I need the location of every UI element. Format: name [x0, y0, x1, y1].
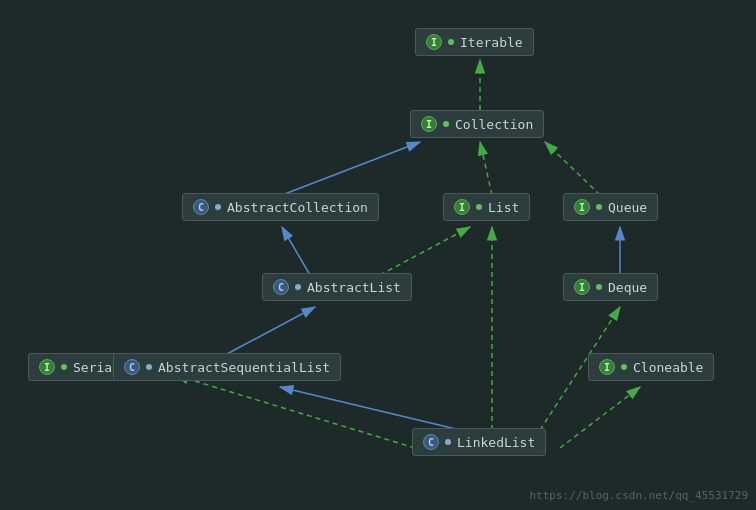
- icon-abstractlist: C: [273, 279, 289, 295]
- icon-collection: I: [421, 116, 437, 132]
- label-iterable: Iterable: [460, 35, 523, 50]
- node-linkedlist[interactable]: C LinkedList: [412, 428, 546, 456]
- svg-line-9: [225, 307, 315, 355]
- label-abstractsequentiallist: AbstractSequentialList: [158, 360, 330, 375]
- node-iterable[interactable]: I Iterable: [415, 28, 534, 56]
- svg-line-11: [175, 375, 415, 448]
- svg-line-5: [545, 142, 600, 195]
- dot-deque: [596, 284, 602, 290]
- icon-queue: I: [574, 199, 590, 215]
- watermark: https://blog.csdn.net/qq_45531729: [529, 489, 748, 502]
- icon-abstractcollection: C: [193, 199, 209, 215]
- node-list[interactable]: I List: [443, 193, 530, 221]
- svg-line-6: [282, 227, 310, 275]
- icon-deque: I: [574, 279, 590, 295]
- dot-cloneable: [621, 364, 627, 370]
- dot-queue: [596, 204, 602, 210]
- node-abstractlist[interactable]: C AbstractList: [262, 273, 412, 301]
- connections-svg: [0, 0, 756, 510]
- node-deque[interactable]: I Deque: [563, 273, 658, 301]
- icon-abstractsequentiallist: C: [124, 359, 140, 375]
- dot-serializable: [61, 364, 67, 370]
- label-queue: Queue: [608, 200, 647, 215]
- label-abstractlist: AbstractList: [307, 280, 401, 295]
- node-collection[interactable]: I Collection: [410, 110, 544, 138]
- label-cloneable: Cloneable: [633, 360, 703, 375]
- label-list: List: [488, 200, 519, 215]
- dot-iterable: [448, 39, 454, 45]
- label-abstractcollection: AbstractCollection: [227, 200, 368, 215]
- icon-iterable: I: [426, 34, 442, 50]
- icon-linkedlist: C: [423, 434, 439, 450]
- node-queue[interactable]: I Queue: [563, 193, 658, 221]
- icon-list: I: [454, 199, 470, 215]
- label-linkedlist: LinkedList: [457, 435, 535, 450]
- node-abstractcollection[interactable]: C AbstractCollection: [182, 193, 379, 221]
- icon-serializable: I: [39, 359, 55, 375]
- svg-line-12: [560, 387, 640, 448]
- diagram-container: I Iterable I Collection C AbstractCollec…: [0, 0, 756, 510]
- label-deque: Deque: [608, 280, 647, 295]
- dot-linkedlist: [445, 439, 451, 445]
- svg-line-10: [280, 387, 460, 430]
- dot-collection: [443, 121, 449, 127]
- label-collection: Collection: [455, 117, 533, 132]
- svg-line-7: [380, 227, 470, 275]
- dot-list: [476, 204, 482, 210]
- icon-cloneable: I: [599, 359, 615, 375]
- svg-line-3: [282, 142, 420, 195]
- dot-abstractlist: [295, 284, 301, 290]
- dot-abstractsequentiallist: [146, 364, 152, 370]
- node-abstractsequentiallist[interactable]: C AbstractSequentialList: [113, 353, 341, 381]
- svg-line-4: [480, 142, 492, 195]
- dot-abstractcollection: [215, 204, 221, 210]
- node-cloneable[interactable]: I Cloneable: [588, 353, 714, 381]
